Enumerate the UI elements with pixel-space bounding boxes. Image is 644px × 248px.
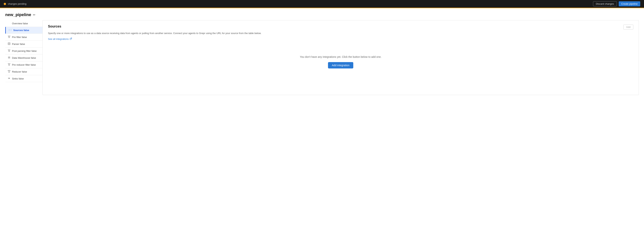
sidebar-item-label: Sinks false (12, 77, 24, 80)
section-description: Specify one or more integrations to use … (48, 31, 633, 35)
section-header: Sources Add (48, 24, 633, 29)
sidebar-item-data-warehouse[interactable]: Data Warehouse false (5, 54, 42, 61)
sidebar-item-overview[interactable]: Overview false (5, 20, 42, 27)
topbar: changes pending Discard changes Create p… (0, 0, 644, 8)
sidebar-item-label: Reducer false (12, 70, 27, 73)
sidebar-item-label: Overview false (12, 22, 28, 25)
empty-state: You don't have any integrations yet. Cli… (48, 40, 633, 83)
data-warehouse-icon (8, 56, 10, 59)
layout: Overview false ⋮⋮ Sources false Pre filt… (0, 20, 644, 95)
sidebar-item-label: Parser false (12, 43, 25, 45)
reducer-icon (8, 70, 10, 73)
sidebar-item-label: Pre filter false (12, 36, 27, 38)
sidebar-item-pre-filter[interactable]: Pre filter false (5, 34, 42, 41)
sidebar-item-reducer[interactable]: Reducer false (5, 68, 42, 75)
create-pipeline-button[interactable]: Create pipeline (619, 1, 640, 6)
svg-marker-9 (8, 64, 10, 65)
external-link-icon (70, 38, 72, 40)
edit-icon[interactable]: ✏ (33, 13, 36, 17)
add-integration-button[interactable]: Add integration (328, 62, 353, 68)
discard-changes-button[interactable]: Discard changes (593, 1, 617, 6)
sidebar-item-label: Sources false (13, 29, 29, 32)
post-filter-icon (8, 49, 10, 52)
add-button[interactable]: Add (624, 24, 633, 29)
parser-icon (8, 42, 10, 45)
page-header: new_pipeline ✏ (0, 8, 644, 20)
page-title: new_pipeline (5, 12, 31, 17)
sidebar-item-sources[interactable]: ⋮⋮ Sources false (5, 27, 42, 34)
sidebar-item-parser[interactable]: Parser false (5, 41, 42, 47)
sidebar-item-label: Pre reducer filter false (12, 63, 36, 66)
filter-icon (8, 35, 10, 38)
sidebar-item-post-parsing-filter[interactable]: Post parsing filter false (5, 47, 42, 54)
svg-marker-5 (8, 50, 10, 52)
topbar-left: changes pending (4, 2, 26, 5)
status-text: changes pending (8, 2, 26, 5)
sidebar-item-label: Data Warehouse false (12, 56, 36, 59)
sidebar-item-label: Post parsing filter false (12, 50, 37, 52)
sidebar: Overview false ⋮⋮ Sources false Pre filt… (5, 20, 43, 95)
empty-text: You don't have any integrations yet. Cli… (300, 55, 382, 58)
sidebar-item-pre-reducer-filter[interactable]: Pre reducer filter false (5, 61, 42, 68)
sinks-icon (8, 77, 10, 80)
svg-marker-0 (8, 36, 10, 38)
sidebar-item-sinks[interactable]: Sinks false (5, 75, 42, 82)
main-content: Sources Add Specify one or more integrat… (43, 20, 639, 95)
see-integrations-label: See all integrations (48, 38, 69, 40)
pre-reducer-icon (8, 63, 10, 66)
see-integrations-link[interactable]: See all integrations (48, 38, 72, 40)
status-dot (4, 3, 6, 5)
svg-rect-10 (8, 70, 10, 71)
sources-connector-icon: ⋮⋮ (8, 29, 12, 31)
topbar-right: Discard changes Create pipeline (593, 1, 640, 6)
section-title: Sources (48, 24, 61, 28)
